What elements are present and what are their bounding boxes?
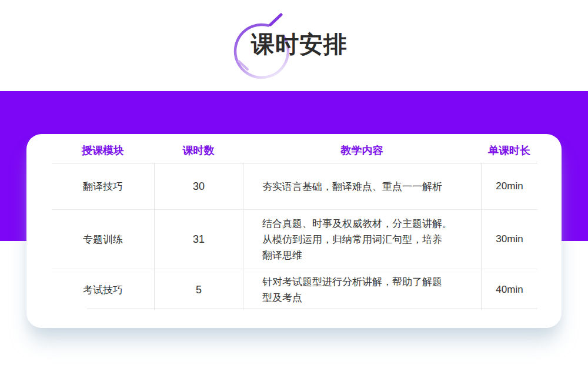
header-content: 教学内容 [243,134,481,163]
cell-duration: 30min [481,210,537,269]
cell-module: 专题训练 [52,210,154,269]
table-header-row: 授课模块 课时数 教学内容 单课时长 [52,134,537,163]
cell-duration: 20min [481,163,537,209]
page: 课时安排 授课模块 课时数 教学内容 单课时长 翻译技巧 30 夯实语言基础，翻… [0,0,588,375]
table-bottom-border [87,309,537,309]
cell-module: 翻译技巧 [52,163,154,209]
table-row: 翻译技巧 30 夯实语言基础，翻译难点、重点一一解析 20min [52,163,537,210]
cell-content: 夯实语言基础，翻译难点、重点一一解析 [243,163,481,209]
cell-content: 针对考试题型进行分析讲解，帮助了解题 型及考点 [243,269,481,310]
schedule-card: 授课模块 课时数 教学内容 单课时长 翻译技巧 30 夯实语言基础，翻译难点、重… [26,134,562,328]
schedule-table: 授课模块 课时数 教学内容 单课时长 翻译技巧 30 夯实语言基础，翻译难点、重… [52,134,537,310]
header-duration: 单课时长 [481,134,537,163]
header-module: 授课模块 [52,134,154,163]
table-row: 考试技巧 5 针对考试题型进行分析讲解，帮助了解题 型及考点 40min [52,269,537,310]
cell-hours: 30 [154,163,243,209]
title-section: 课时安排 [0,0,588,91]
cell-duration: 40min [481,269,537,310]
cell-module: 考试技巧 [52,269,154,310]
cell-hours: 31 [154,210,243,269]
table-row: 专题训练 31 结合真题、时事及权威教材，分主题讲解。 从模仿到运用，归纳常用词… [52,210,537,269]
cell-content: 结合真题、时事及权威教材，分主题讲解。 从模仿到运用，归纳常用词汇句型，培养 翻… [243,210,481,269]
page-title: 课时安排 [251,31,348,57]
header-hours: 课时数 [154,134,243,163]
cell-hours: 5 [154,269,243,310]
